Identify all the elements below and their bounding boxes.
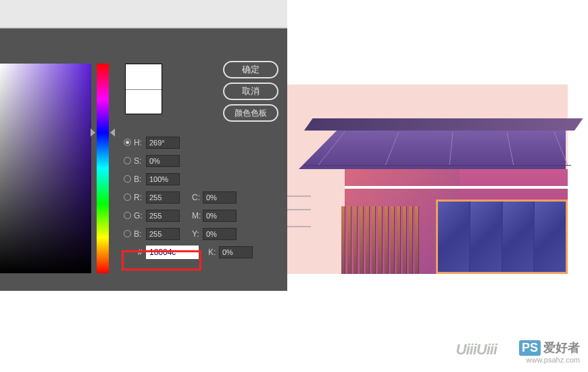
svg-line-1 <box>385 132 399 166</box>
color-value-fields: H: 269° S: 0% B: 100% R: 255 C: 0% G: 25… <box>124 133 279 261</box>
b-label: B: <box>134 175 146 184</box>
g-radio[interactable] <box>124 212 131 219</box>
cancel-button[interactable]: 取消 <box>223 83 278 100</box>
r-input[interactable]: 255 <box>146 191 180 204</box>
s-radio[interactable] <box>124 157 131 164</box>
m-label: M: <box>192 211 203 220</box>
k-label: K: <box>208 248 219 257</box>
watermark-ps-badge: PS <box>519 340 541 356</box>
hex-highlight-annotation <box>122 250 201 271</box>
ok-button[interactable]: 确定 <box>223 61 278 78</box>
h-input[interactable]: 269° <box>146 137 180 149</box>
svg-line-4 <box>554 132 568 166</box>
watermark-cn: 爱好者 <box>543 340 580 356</box>
r-radio[interactable] <box>124 193 131 201</box>
s-label: S: <box>134 156 146 166</box>
k-input[interactable]: 0% <box>219 246 253 258</box>
dialog-titlebar[interactable] <box>0 0 287 27</box>
h-radio[interactable] <box>124 139 131 146</box>
r-label: R: <box>134 193 146 202</box>
c-input[interactable]: 0% <box>203 191 237 204</box>
hue-indicator-right[interactable] <box>110 129 115 137</box>
b2-label: B: <box>134 229 146 239</box>
g-input[interactable]: 255 <box>146 210 180 222</box>
m-input[interactable]: 0% <box>203 210 237 222</box>
y-label: Y: <box>192 229 203 239</box>
g-label: G: <box>134 211 146 220</box>
watermark: PS 爱好者 www.psahz.com <box>519 340 580 364</box>
svg-line-3 <box>507 132 514 166</box>
hue-indicator-left[interactable] <box>91 129 95 137</box>
s-input[interactable]: 0% <box>146 155 180 167</box>
color-preview <box>125 64 162 114</box>
c-label: C: <box>192 193 203 202</box>
b-input[interactable]: 100% <box>146 173 180 185</box>
y-input[interactable]: 0% <box>203 228 237 240</box>
b2-radio[interactable] <box>124 230 131 237</box>
b-radio[interactable] <box>124 175 131 183</box>
saturation-brightness-field[interactable] <box>0 64 91 273</box>
watermark-uiii: UiiiUiii <box>456 341 497 358</box>
h-label: H: <box>134 138 146 147</box>
svg-line-2 <box>449 132 453 166</box>
watermark-url: www.psahz.com <box>519 356 580 364</box>
swatch-button[interactable]: 颜色色板 <box>223 104 278 122</box>
b2-input[interactable]: 255 <box>146 228 180 240</box>
building-illustration <box>304 118 574 274</box>
svg-line-0 <box>318 132 345 166</box>
hue-slider[interactable] <box>97 64 109 273</box>
